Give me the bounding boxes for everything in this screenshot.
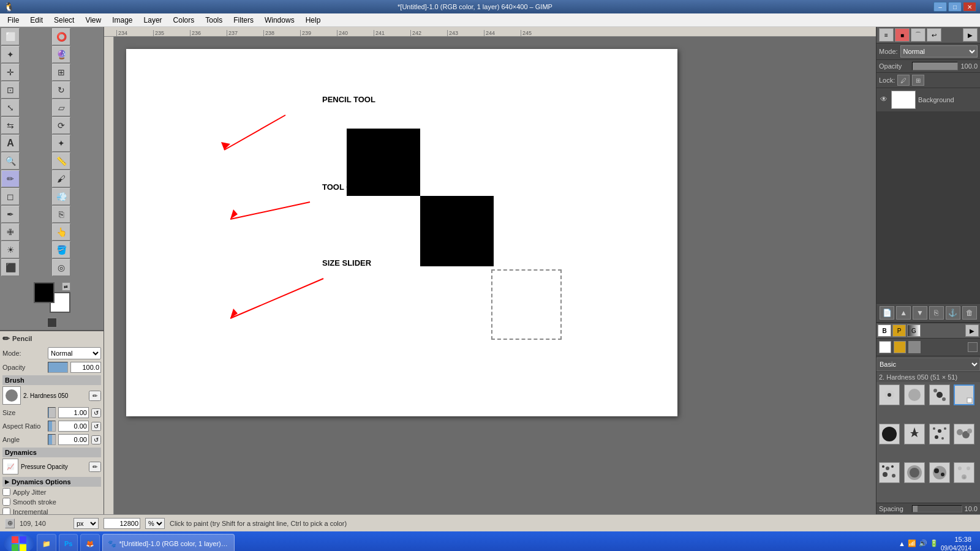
dynamics-section-header[interactable]: Dynamics [2, 448, 101, 457]
angle-reset-button[interactable]: ↺ [91, 435, 101, 444]
rect-select-tool[interactable]: ⬜ [1, 28, 20, 45]
zoom-unit-select[interactable]: % [145, 518, 165, 529]
white-swatch[interactable] [879, 341, 891, 353]
spacing-slider[interactable] [912, 505, 962, 512]
menu-image[interactable]: Image [107, 15, 137, 26]
delete-layer-button[interactable]: 🗑 [962, 306, 977, 320]
fuzzy-select-tool[interactable]: 🔮 [52, 46, 70, 63]
network-icon[interactable]: 📶 [908, 539, 916, 547]
move-tool[interactable]: ✛ [1, 64, 20, 81]
layers-mode-select[interactable]: Normal [900, 45, 978, 58]
anchor-layer-button[interactable]: ⚓ [946, 306, 960, 320]
gradients-tab-button[interactable]: G [907, 324, 921, 337]
convolve-tool[interactable]: ◎ [52, 259, 70, 276]
heal-tool[interactable]: ✙ [1, 223, 20, 241]
lock-alpha-button[interactable]: ⊞ [912, 75, 924, 86]
brush-cell-2[interactable] [904, 384, 925, 405]
undo-tab-button[interactable]: ↩ [927, 28, 941, 42]
opacity-slider[interactable] [48, 362, 68, 373]
size-slider[interactable] [48, 407, 56, 418]
zoom-input[interactable] [104, 518, 140, 529]
brush-cell-9[interactable] [879, 462, 900, 483]
menu-file[interactable]: File [2, 15, 24, 26]
apply-jitter-checkbox[interactable] [2, 488, 10, 496]
brushes-tab-button[interactable]: B [878, 324, 891, 337]
tray-arrow-icon[interactable]: ▲ [899, 540, 905, 547]
brush-cell-3[interactable] [929, 384, 950, 405]
brush-cell-11[interactable] [929, 462, 950, 483]
start-button[interactable] [4, 534, 34, 551]
bucket-fill-tool[interactable]: 🪣 [52, 241, 70, 258]
paths-tab-button[interactable]: ⌒ [911, 28, 925, 42]
angle-slider[interactable] [48, 434, 56, 445]
clone-tool[interactable]: ⎘ [52, 206, 70, 223]
channels-tab-button[interactable]: ■ [895, 28, 910, 42]
brush-cell-4[interactable] [954, 384, 974, 405]
new-layer-button[interactable]: 📄 [880, 306, 894, 320]
brush-edit-button[interactable]: ✏ [89, 391, 101, 401]
minimize-button[interactable]: – [933, 2, 947, 12]
scale-tool[interactable]: ⤡ [1, 99, 20, 116]
align-tool[interactable]: ⊞ [52, 64, 70, 81]
unit-select[interactable]: px in mm [74, 518, 99, 529]
brush-cell-12[interactable]: ✦ [954, 462, 974, 483]
maximize-button[interactable]: □ [948, 2, 962, 12]
swatch-options-button[interactable] [968, 342, 978, 352]
airbrush-tool[interactable]: 💨 [52, 188, 70, 205]
brush-cell-1[interactable] [879, 384, 900, 405]
rotate-tool[interactable]: ↻ [52, 81, 70, 99]
menu-colors[interactable]: Colors [168, 15, 200, 26]
menu-help[interactable]: Help [301, 15, 326, 26]
photoshop-button[interactable]: Ps [59, 534, 78, 551]
menu-layer[interactable]: Layer [139, 15, 167, 26]
gimp-taskbar-button[interactable]: 🐾 *[Untitled]-1.0 (RGB color, 1 layer) 6… [102, 534, 235, 551]
brush-cell-10[interactable] [904, 462, 925, 483]
layers-tab-button[interactable]: ≡ [879, 28, 894, 42]
menu-windows[interactable]: Windows [260, 15, 300, 26]
pencil-tool[interactable]: ✏ [1, 170, 20, 187]
perspective-tool[interactable]: ▱ [52, 99, 70, 116]
brush-section-header[interactable]: Brush [2, 375, 101, 385]
brush-cell-8[interactable] [954, 424, 974, 444]
flip-tool[interactable]: ⇆ [1, 117, 20, 134]
smudge-tool[interactable]: 👆 [52, 223, 70, 241]
dodge-tool[interactable]: ☀ [1, 241, 20, 258]
blend-tool[interactable]: ⬛ [1, 259, 20, 276]
raise-layer-button[interactable]: ▲ [896, 306, 911, 320]
brush-cell-6[interactable] [904, 424, 925, 444]
dynamics-options-header[interactable]: ▶ Dynamics Options [2, 477, 101, 487]
aspect-slider[interactable] [48, 421, 56, 432]
size-reset-button[interactable]: ↺ [91, 408, 101, 418]
menu-select[interactable]: Select [49, 15, 79, 26]
aspect-reset-button[interactable]: ↺ [91, 422, 101, 431]
crop-tool[interactable]: ⊡ [1, 81, 20, 99]
aspect-input[interactable] [58, 421, 89, 432]
duplicate-layer-button[interactable]: ⎘ [929, 306, 944, 320]
paintbrush-tool[interactable]: 🖌 [52, 170, 70, 187]
brushes-config-button[interactable]: ▶ [965, 324, 979, 337]
measure-tool[interactable]: 📏 [52, 152, 70, 170]
opacity-input[interactable] [70, 362, 101, 373]
ink-tool[interactable]: ✒ [1, 206, 20, 223]
lower-layer-button[interactable]: ▼ [913, 306, 927, 320]
incremental-checkbox[interactable] [2, 508, 10, 514]
dynamics-edit-button[interactable]: ✏ [89, 462, 101, 472]
menu-view[interactable]: View [80, 15, 106, 26]
smooth-stroke-checkbox[interactable] [2, 498, 10, 506]
text-tool[interactable]: A [1, 135, 20, 152]
brush-cell-5[interactable] [879, 424, 900, 444]
close-button[interactable]: ✕ [963, 2, 976, 12]
gray-swatch[interactable] [908, 341, 921, 353]
ellipse-select-tool[interactable]: ⭕ [52, 28, 70, 45]
patterns-tab-button[interactable]: P [892, 324, 906, 337]
size-input[interactable] [58, 407, 89, 418]
firefox-button[interactable]: 🦊 [80, 534, 100, 551]
dynamics-preview[interactable]: 📈 [2, 459, 18, 474]
mode-select[interactable]: Normal Dissolve Multiply [48, 347, 101, 359]
tool-options-toggle[interactable] [47, 318, 57, 328]
menu-filters[interactable]: Filters [228, 15, 258, 26]
canvas-container[interactable]: PENCIL TOOL TOOL OPTIONS TAB SIZE SLIDER [114, 37, 876, 514]
transform-tool[interactable]: ⟳ [52, 117, 70, 134]
angle-input[interactable] [58, 434, 89, 445]
swap-colors-button[interactable]: ⇄ [62, 282, 70, 291]
